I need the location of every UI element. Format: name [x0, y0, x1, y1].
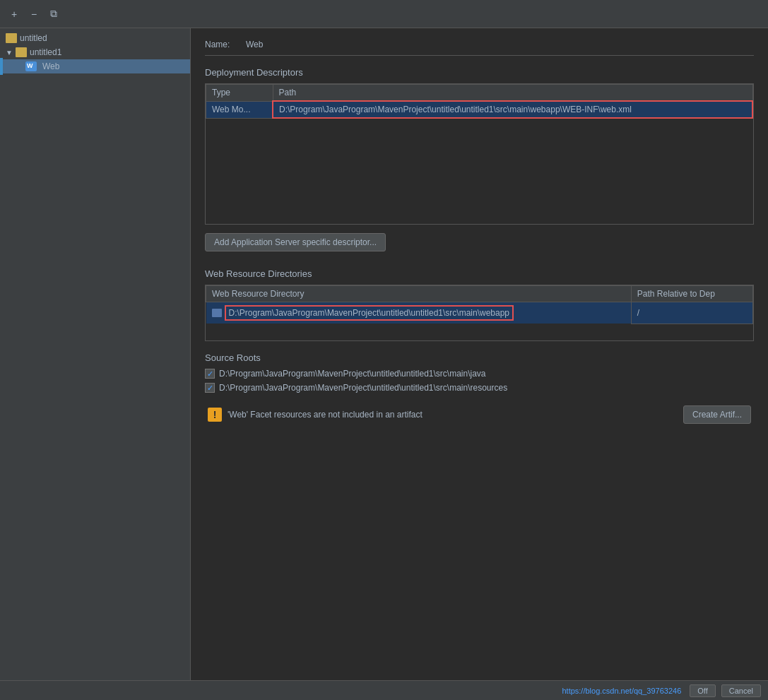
project-tree: untitled ▼ untitled1 Web: [0, 28, 190, 76]
col-path: Path: [273, 85, 752, 102]
sidebar-item-untitled[interactable]: untitled: [0, 31, 190, 45]
sidebar-item-label-untitled: untitled: [20, 33, 47, 43]
path-relative-cell: /: [631, 302, 752, 324]
deployment-descriptors-table-container: Type Path Web Mo... D:\Program\JavaProgr…: [205, 83, 754, 225]
col-web-resource-dir: Web Resource Directory: [206, 286, 632, 302]
web-facet-icon: [25, 61, 37, 71]
source-root-row-1: D:\Program\JavaProgram\MavenProject\unti…: [205, 369, 754, 379]
deployment-descriptors-header: Deployment Descriptors: [205, 67, 754, 78]
web-resource-table: Web Resource Directory Path Relative to …: [206, 285, 753, 324]
web-resource-path-text: D:\Program\JavaProgram\MavenProject\unti…: [225, 305, 514, 321]
remove-button[interactable]: −: [27, 7, 41, 21]
warning-icon: !: [208, 408, 222, 422]
cancel-button[interactable]: Cancel: [721, 684, 761, 697]
sidebar: untitled ▼ untitled1 Web: [0, 28, 191, 680]
sidebar-item-untitled1[interactable]: ▼ untitled1: [0, 45, 190, 59]
deployment-type-cell: Web Mo...: [206, 101, 273, 118]
col-path-relative: Path Relative to Dep: [631, 286, 752, 302]
add-descriptor-button[interactable]: Add Application Server specific descript…: [205, 233, 386, 251]
main-layout: untitled ▼ untitled1 Web Name: Web Deplo…: [0, 28, 768, 680]
table-row[interactable]: D:\Program\JavaProgram\MavenProject\unti…: [206, 302, 753, 324]
sidebar-item-label-web: Web: [42, 61, 59, 71]
table-row[interactable]: Web Mo... D:\Program\JavaProgram\MavenPr…: [206, 101, 753, 118]
top-toolbar: + − ⧉: [0, 0, 768, 28]
status-url[interactable]: https://blog.csdn.net/qq_39763246: [562, 687, 681, 695]
tree-arrow-icon: ▼: [6, 49, 13, 57]
source-root-path-1: D:\Program\JavaProgram\MavenProject\unti…: [219, 369, 486, 379]
web-dir-icon: [212, 309, 222, 317]
deployment-path-cell: D:\Program\JavaProgram\MavenProject\unti…: [273, 101, 752, 118]
create-artifact-button[interactable]: Create Artif...: [683, 405, 751, 424]
web-resource-table-container: Web Resource Directory Path Relative to …: [205, 285, 754, 341]
sidebar-item-label-untitled1: untitled1: [30, 47, 61, 57]
off-button[interactable]: Off: [690, 684, 715, 697]
source-root-path-2: D:\Program\JavaProgram\MavenProject\unti…: [219, 383, 507, 393]
status-bar-buttons: Off Cancel: [690, 684, 761, 697]
status-bar: https://blog.csdn.net/qq_39763246 Off Ca…: [0, 680, 768, 700]
warning-text: 'Web' Facet resources are not included i…: [228, 410, 678, 420]
source-roots-section: Source Roots D:\Program\JavaProgram\Mave…: [205, 352, 754, 393]
source-root-row-2: D:\Program\JavaProgram\MavenProject\unti…: [205, 383, 754, 393]
folder-icon-2: [16, 47, 27, 57]
add-button[interactable]: +: [7, 7, 21, 21]
deployment-descriptors-table: Type Path Web Mo... D:\Program\JavaProgr…: [206, 84, 753, 119]
sidebar-item-web[interactable]: Web: [0, 59, 190, 73]
selection-bar: [0, 58, 3, 75]
name-label: Name:: [205, 40, 240, 49]
source-root-checkbox-1[interactable]: [205, 369, 215, 379]
content-panel: Name: Web Deployment Descriptors Type Pa…: [191, 28, 768, 680]
copy-button[interactable]: ⧉: [47, 7, 61, 21]
web-resource-header: Web Resource Directories: [205, 268, 754, 279]
name-row: Name: Web: [205, 40, 754, 56]
web-resource-dir-cell: D:\Program\JavaProgram\MavenProject\unti…: [206, 302, 631, 324]
col-type: Type: [206, 85, 273, 102]
name-value: Web: [246, 40, 754, 49]
source-roots-header: Source Roots: [205, 352, 754, 363]
folder-icon: [6, 33, 17, 43]
warning-bar: ! 'Web' Facet resources are not included…: [205, 401, 754, 428]
source-root-checkbox-2[interactable]: [205, 383, 215, 393]
